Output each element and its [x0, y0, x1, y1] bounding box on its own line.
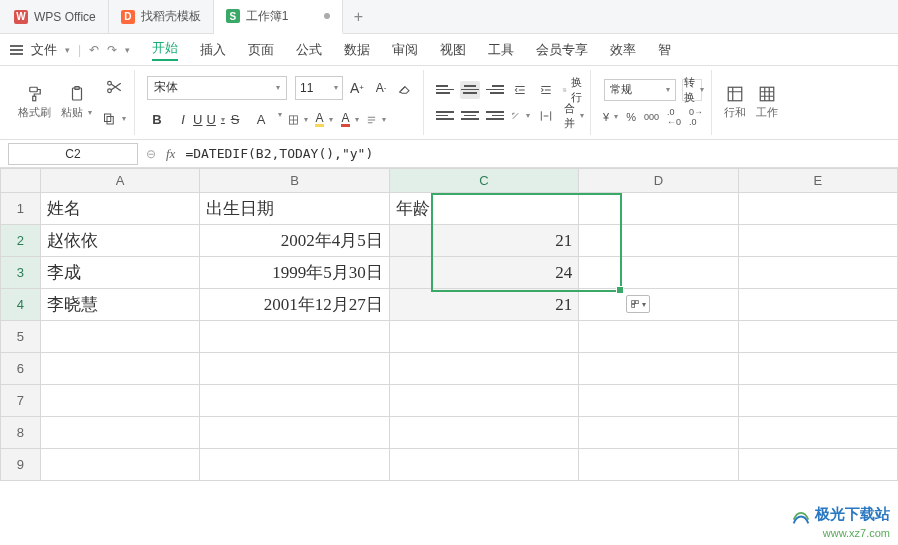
cut-button[interactable]	[102, 75, 126, 99]
cell[interactable]	[579, 385, 738, 417]
convert-button[interactable]: 转换▾	[682, 79, 702, 101]
copy-button[interactable]: ▾	[102, 107, 126, 131]
name-box[interactable]: C2	[8, 143, 138, 165]
align-left[interactable]	[436, 107, 456, 125]
cell-e4[interactable]	[738, 289, 897, 321]
cell-a2[interactable]: 赵依依	[40, 225, 199, 257]
cell-d4[interactable]	[579, 289, 738, 321]
menu-page[interactable]: 页面	[248, 41, 274, 59]
col-header-c[interactable]: C	[389, 169, 578, 193]
cell-a1[interactable]: 姓名	[40, 193, 199, 225]
percent-button[interactable]: %	[626, 111, 636, 123]
cell[interactable]	[40, 321, 199, 353]
cell[interactable]	[200, 417, 389, 449]
cell-c2[interactable]: 21	[389, 225, 578, 257]
menu-member[interactable]: 会员专享	[536, 41, 588, 59]
cell[interactable]	[40, 353, 199, 385]
increase-decimal-button[interactable]: .0←0	[667, 107, 681, 127]
menu-data[interactable]: 数据	[344, 41, 370, 59]
border-button[interactable]: ▾	[288, 110, 308, 130]
col-header-d[interactable]: D	[579, 169, 738, 193]
row-header-7[interactable]: 7	[1, 385, 41, 417]
bold-button[interactable]: B	[147, 110, 167, 130]
font-color-button[interactable]: A▾	[340, 110, 360, 130]
currency-button[interactable]: ¥▾	[603, 111, 618, 123]
menu-efficiency[interactable]: 效率	[610, 41, 636, 59]
align-top-right[interactable]	[484, 81, 504, 99]
font-family-select[interactable]: 宋体 ▾	[147, 76, 287, 100]
cell[interactable]	[40, 449, 199, 481]
chevron-down-icon[interactable]: ▾	[65, 45, 70, 55]
select-all-corner[interactable]	[1, 169, 41, 193]
align-center[interactable]	[460, 107, 480, 125]
worksheet-button[interactable]: 工作	[756, 85, 778, 120]
strikethrough-button[interactable]: S	[225, 110, 245, 130]
merge-cells-button[interactable]: 合并▾	[562, 106, 582, 126]
italic-button[interactable]: I	[173, 110, 193, 130]
cell-c1[interactable]: 年龄	[389, 193, 578, 225]
cell[interactable]	[738, 321, 897, 353]
cell[interactable]	[389, 321, 578, 353]
cell[interactable]	[579, 321, 738, 353]
cell-c4[interactable]: 21	[389, 289, 578, 321]
cell-c3[interactable]: 24	[389, 257, 578, 289]
cell-e2[interactable]	[738, 225, 897, 257]
cell-b3[interactable]: 1999年5月30日	[200, 257, 389, 289]
indent-increase-button[interactable]	[536, 80, 556, 100]
distribute-button[interactable]	[536, 106, 556, 126]
tab-workbook-1[interactable]: S 工作簿1	[214, 0, 344, 34]
cell-a4[interactable]: 李晓慧	[40, 289, 199, 321]
cell[interactable]	[579, 353, 738, 385]
row-header-3[interactable]: 3	[1, 257, 41, 289]
cell[interactable]	[200, 449, 389, 481]
phonetic-button[interactable]: ▾	[366, 110, 386, 130]
col-header-a[interactable]: A	[40, 169, 199, 193]
cell[interactable]	[579, 449, 738, 481]
menu-insert[interactable]: 插入	[200, 41, 226, 59]
undo-icon[interactable]: ↶	[89, 43, 99, 57]
cell-e1[interactable]	[738, 193, 897, 225]
cell-e3[interactable]	[738, 257, 897, 289]
align-right[interactable]	[484, 107, 504, 125]
orientation-button[interactable]: ▾	[510, 106, 530, 126]
cell[interactable]	[200, 353, 389, 385]
wrap-text-button[interactable]: 换行	[562, 80, 582, 100]
cell-b1[interactable]: 出生日期	[200, 193, 389, 225]
align-top-center[interactable]	[460, 81, 480, 99]
cell-b2[interactable]: 2002年4月5日	[200, 225, 389, 257]
cell[interactable]	[738, 385, 897, 417]
highlight-color-button[interactable]: A▾	[314, 110, 334, 130]
cancel-formula-icon[interactable]: ⊖	[146, 147, 156, 161]
col-header-b[interactable]: B	[200, 169, 389, 193]
paste-button[interactable]: 粘贴▾	[61, 85, 92, 120]
indent-decrease-button[interactable]	[510, 80, 530, 100]
cell[interactable]	[738, 417, 897, 449]
cell[interactable]	[389, 417, 578, 449]
underline-button[interactable]: UU▾	[199, 110, 219, 130]
tab-templates[interactable]: D 找稻壳模板	[109, 0, 214, 33]
thousand-button[interactable]: 000	[644, 112, 659, 122]
cell[interactable]	[389, 353, 578, 385]
row-header-1[interactable]: 1	[1, 193, 41, 225]
menu-file[interactable]: 文件	[31, 41, 57, 59]
cell[interactable]	[738, 353, 897, 385]
redo-icon[interactable]: ↷	[107, 43, 117, 57]
cell-d2[interactable]	[579, 225, 738, 257]
font-style-button[interactable]: A	[251, 110, 271, 130]
menu-tools[interactable]: 工具	[488, 41, 514, 59]
menu-view[interactable]: 视图	[440, 41, 466, 59]
menu-formula[interactable]: 公式	[296, 41, 322, 59]
new-tab-button[interactable]: +	[343, 0, 373, 33]
menu-start[interactable]: 开始	[152, 39, 178, 61]
number-format-select[interactable]: 常规 ▾	[604, 79, 676, 101]
decrease-decimal-button[interactable]: 0→.0	[689, 107, 703, 127]
cell[interactable]	[40, 385, 199, 417]
menu-review[interactable]: 审阅	[392, 41, 418, 59]
row-header-8[interactable]: 8	[1, 417, 41, 449]
font-size-select[interactable]: 11 ▾	[295, 76, 343, 100]
tab-wps-home[interactable]: W WPS Office	[2, 0, 109, 33]
cell[interactable]	[389, 449, 578, 481]
more-qat-icon[interactable]: ▾	[125, 45, 130, 55]
menu-smart[interactable]: 智	[658, 41, 671, 59]
row-col-button[interactable]: 行和	[724, 85, 746, 120]
